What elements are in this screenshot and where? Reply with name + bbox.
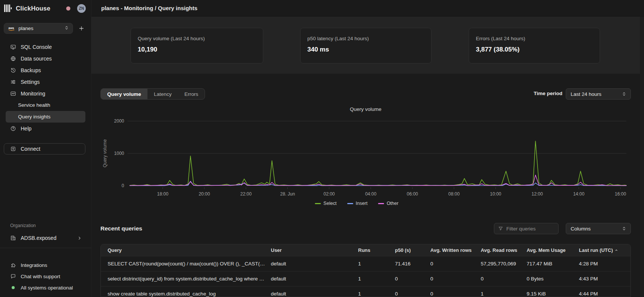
sidebar-item-settings[interactable]: Settings <box>6 76 85 88</box>
svg-text:28. Jun: 28. Jun <box>280 191 295 197</box>
time-period-select[interactable]: Last 24 hours <box>566 88 631 100</box>
table-cell: 1 <box>358 276 395 282</box>
chat-icon <box>10 273 16 279</box>
table-cell: 9.15 KiB <box>527 291 579 297</box>
column-header-label: Avg. Mem Usage <box>527 247 566 253</box>
filter-queries-input[interactable] <box>506 226 554 232</box>
svg-text:22:00: 22:00 <box>240 191 252 197</box>
stat-card: Errors (Last 24 hours)3,877 (38.05%) <box>469 28 600 64</box>
table-cell: default <box>271 276 358 282</box>
breadcrumb: planes - Monitoring / Query insights <box>101 5 197 11</box>
user-avatar[interactable]: ZN <box>77 4 86 13</box>
svg-text:06:00: 06:00 <box>407 191 418 197</box>
vertical-scrollbar[interactable] <box>640 17 644 297</box>
table-cell: 0 <box>481 276 527 282</box>
column-header-avg-written-rows[interactable]: Avg. Written rows <box>430 247 481 253</box>
columns-select[interactable]: Columns <box>566 223 631 234</box>
footer-item-label: All systems operational <box>21 285 73 291</box>
column-header-last-run-utc-[interactable]: Last run (UTC) <box>579 247 631 253</box>
tab-errors[interactable]: Errors <box>178 89 205 99</box>
stat-value: 3,877 (38.05%) <box>476 46 593 53</box>
legend-swatch <box>347 203 353 204</box>
sidebar-item-label: Monitoring <box>21 91 45 97</box>
column-header-p50-s-[interactable]: p50 (s) <box>395 247 430 253</box>
app-root: ClickHouse ZN aws planes SQL <box>0 0 644 297</box>
service-selector[interactable]: aws planes <box>4 23 73 34</box>
connect-button[interactable]: Connect <box>4 143 85 155</box>
sidebar-footer-integrations[interactable]: Integrations <box>0 259 91 271</box>
stat-card: Query volume (Last 24 hours)10,190 <box>131 28 263 64</box>
chart-tabs: Query volumeLatencyErrors <box>100 88 205 100</box>
column-header-user[interactable]: User <box>271 247 358 253</box>
column-header-avg-mem-usage[interactable]: Avg. Mem Usage <box>527 247 579 253</box>
sidebar-item-label: Settings <box>21 79 40 85</box>
sidebar-item-label: Query insights <box>18 114 50 120</box>
legend-swatch <box>315 203 321 204</box>
column-header-label: Avg. Written rows <box>430 247 472 253</box>
column-header-label: Runs <box>358 247 371 253</box>
backups-icon <box>10 67 16 73</box>
sidebar-item-sql-console[interactable]: SQL Console <box>6 41 85 53</box>
svg-text:aws: aws <box>8 26 14 30</box>
column-header-runs[interactable]: Runs <box>358 247 395 253</box>
clickhouse-logo-icon <box>4 5 12 12</box>
sidebar-item-data-sources[interactable]: Data sources <box>6 53 85 64</box>
svg-text:Query volume: Query volume <box>350 106 381 112</box>
sidebar-item-service-health[interactable]: Service health <box>6 99 85 111</box>
organization-icon <box>10 235 17 241</box>
sidebar-item-label: Backups <box>21 67 41 73</box>
svg-text:08:00: 08:00 <box>448 191 460 197</box>
table-row[interactable]: select distrinct(query_id) from system.d… <box>101 271 630 286</box>
plus-icon <box>78 25 85 32</box>
chevron-right-icon <box>77 236 82 241</box>
top-bar: planes - Monitoring / Query insights <box>91 0 644 17</box>
organization-switcher[interactable]: ADSB.exposed <box>6 232 87 244</box>
table-row[interactable]: SELECT CAST(round(pow(count() / max(coun… <box>101 256 630 271</box>
table-cell: 4:44 PM <box>579 291 631 297</box>
add-service-button[interactable] <box>78 25 85 32</box>
column-header-query[interactable]: Query <box>101 247 271 253</box>
svg-text:04:00: 04:00 <box>365 191 377 197</box>
brand-title: ClickHouse <box>16 5 50 12</box>
svg-text:0: 0 <box>122 183 124 188</box>
clickhouse-logo[interactable]: ClickHouse <box>4 5 50 12</box>
sidebar-nav: SQL ConsoleData sourcesBackupsSettingsMo… <box>0 41 91 134</box>
table-cell: 4:28 PM <box>579 261 631 267</box>
stat-value: 340 ms <box>307 46 424 53</box>
tab-query-volume[interactable]: Query volume <box>101 89 147 99</box>
footer-item-label: Integrations <box>21 262 47 268</box>
column-header-avg-read-rows[interactable]: Avg. Read rows <box>481 247 527 253</box>
sidebar-footer-all-systems-operational[interactable]: All systems operational <box>0 282 91 293</box>
sidebar-item-help[interactable]: Help <box>6 123 85 134</box>
connect-icon <box>10 146 17 152</box>
legend-label: Insert <box>356 201 368 206</box>
sidebar-item-query-insights[interactable]: Query insights <box>6 111 85 123</box>
table-cell: 0 <box>395 276 430 282</box>
legend-item-insert[interactable]: Insert <box>347 201 368 206</box>
svg-text:18:00: 18:00 <box>157 191 169 197</box>
monitoring-icon <box>10 91 16 97</box>
columns-select-value: Columns <box>571 226 621 232</box>
table-row[interactable]: show create table system.distributed_cac… <box>101 286 630 297</box>
legend-item-other[interactable]: Other <box>378 201 398 206</box>
stat-label: Errors (Last 24 hours) <box>476 36 593 41</box>
legend-item-select[interactable]: Select <box>315 201 337 206</box>
table-cell: 4:43 PM <box>579 276 631 282</box>
time-period-label: Time period <box>525 91 562 96</box>
sidebar-item-monitoring[interactable]: Monitoring <box>6 88 85 99</box>
sidebar-footer-chat-with-support[interactable]: Chat with support <box>0 271 91 282</box>
sql-console-icon <box>10 44 16 50</box>
table-cell: 0 <box>430 261 481 267</box>
table-cell: 57,295,770,069 <box>481 261 527 267</box>
svg-text:14:00: 14:00 <box>573 191 585 197</box>
column-header-label: Query <box>108 247 122 253</box>
svg-text:12:00: 12:00 <box>532 191 543 197</box>
status-green-dot <box>12 286 15 289</box>
sort-asc-icon <box>614 248 618 252</box>
organization-section-label: Organization <box>10 223 36 228</box>
sidebar-header: ClickHouse ZN <box>4 3 86 14</box>
connect-label: Connect <box>21 146 40 152</box>
svg-text:20:00: 20:00 <box>199 191 210 197</box>
sidebar-item-backups[interactable]: Backups <box>6 64 85 76</box>
tab-latency[interactable]: Latency <box>147 89 178 99</box>
